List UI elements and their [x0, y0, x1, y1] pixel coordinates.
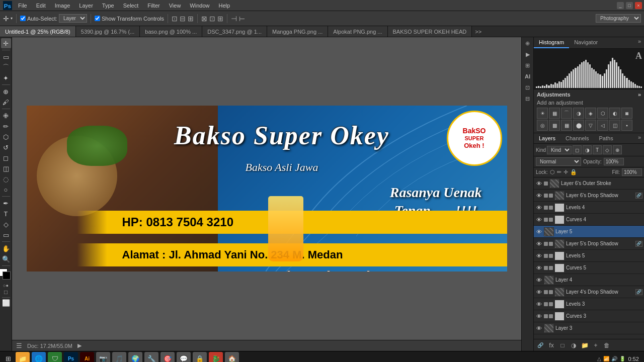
layer-chain-6[interactable] — [549, 254, 553, 258]
menu-layer[interactable]: Layer — [75, 2, 97, 10]
adj-color-balance[interactable]: ◐ — [609, 108, 620, 119]
tray-icon-1[interactable]: △ — [597, 356, 601, 361]
layer-eye-9[interactable]: 👁 — [535, 289, 542, 296]
blend-mode-select[interactable]: Normal — [536, 157, 581, 166]
eyedropper-tool[interactable]: 🖋 — [1, 97, 11, 107]
lock-transparent-icon[interactable]: ⬡ — [550, 169, 555, 175]
layer-fx-footer-btn[interactable]: fx — [547, 341, 556, 350]
layer-item-7[interactable]: 👁 Curves 5 — [534, 262, 644, 274]
layer-item-1[interactable]: 👁 Layer 6's Drop Shadow 🔗 — [534, 190, 644, 202]
adj-posterize[interactable]: ▽ — [585, 120, 596, 131]
strip-icon-ai[interactable]: AI — [523, 71, 533, 81]
move-tool[interactable]: ✛ — [1, 38, 11, 48]
layer-chain-11[interactable] — [549, 314, 553, 318]
adj-photo-filter[interactable]: ◎ — [537, 120, 548, 131]
filter-pixel-icon[interactable]: ◻ — [573, 145, 582, 154]
taskbar-explorer[interactable]: 📁 — [16, 352, 30, 363]
layer-item-2[interactable]: 👁 Levels 4 — [534, 202, 644, 214]
adj-bw[interactable]: ◙ — [621, 108, 632, 119]
taskbar-ps[interactable]: Ps — [64, 352, 78, 363]
align-left-icon[interactable]: ⊡ — [172, 15, 178, 23]
menu-help[interactable]: Help — [214, 2, 234, 10]
layer-link-7[interactable] — [544, 266, 548, 270]
layer-eye-12[interactable]: 👁 — [535, 325, 542, 332]
shape-tool[interactable]: ▭ — [1, 230, 11, 240]
network-icon[interactable]: 📶 — [603, 356, 609, 361]
adj-exposure[interactable]: ◑ — [573, 108, 584, 119]
color-mode-icon[interactable]: ○● — [3, 283, 9, 288]
layer-chain-7[interactable] — [549, 266, 553, 270]
layer-adjustment-footer-btn[interactable]: ◑ — [569, 341, 578, 350]
show-transform-toggle[interactable]: Show Transform Controls — [95, 16, 164, 22]
align-right-icon[interactable]: ⊞ — [188, 15, 194, 23]
taskbar-ie[interactable]: 🌐 — [32, 352, 46, 363]
gradient-tool[interactable]: ◫ — [1, 163, 11, 173]
layer-link-0[interactable] — [544, 182, 548, 186]
adj-gradient-map[interactable]: ◫ — [609, 120, 620, 131]
menu-image[interactable]: Image — [51, 2, 74, 10]
layer-delete-footer-btn[interactable]: 🗑 — [602, 341, 611, 350]
wand-tool[interactable]: ✦ — [1, 73, 11, 83]
layers-tab[interactable]: Layers — [534, 133, 560, 143]
adj-levels[interactable]: ▦ — [549, 108, 560, 119]
layer-eye-11[interactable]: 👁 — [535, 313, 542, 320]
strip-icon-2[interactable]: ▶ — [523, 49, 533, 59]
minimize-btn[interactable]: _ — [617, 2, 624, 9]
layer-fx-9[interactable] — [549, 290, 553, 294]
layer-fx-1[interactable] — [549, 194, 553, 198]
fill-input[interactable] — [622, 168, 642, 176]
lock-pixels-icon[interactable]: ✏ — [557, 169, 561, 175]
navigator-tab[interactable]: Navigator — [569, 37, 603, 48]
adj-hsl[interactable]: ⬡ — [597, 108, 608, 119]
layer-eye-2[interactable]: 👁 — [535, 204, 542, 211]
background-color[interactable] — [3, 272, 11, 280]
layer-item-12[interactable]: 👁 Layer 3 — [534, 322, 644, 334]
layer-link-9[interactable] — [544, 290, 548, 294]
text-tool[interactable]: T — [1, 209, 11, 219]
layer-eye-10[interactable]: 👁 — [535, 301, 542, 308]
auto-select-type[interactable]: Layer — [59, 14, 87, 23]
layer-item-8[interactable]: 👁 Layer 4 — [534, 274, 644, 286]
zoom-tool[interactable]: 🔍 — [1, 254, 11, 264]
layer-item-5[interactable]: 👁 Layer 5's Drop Shadow 🔗 — [534, 238, 644, 250]
transform-checkbox[interactable] — [95, 16, 100, 21]
menu-type[interactable]: Type — [98, 2, 118, 10]
layer-item-3[interactable]: 👁 Curves 4 — [534, 214, 644, 226]
tab-3[interactable]: DSC_3347.png @ 1... — [202, 26, 267, 37]
volume-icon[interactable]: 🔊 — [611, 356, 617, 361]
pen-tool[interactable]: ✒ — [1, 198, 11, 208]
layer-link-5[interactable] — [544, 242, 548, 246]
layer-chain-2[interactable] — [549, 206, 553, 210]
layer-link-1[interactable] — [544, 194, 548, 198]
strip-icon-3[interactable]: ⊞ — [523, 60, 533, 70]
brush-tool[interactable]: ✏ — [1, 121, 11, 131]
adj-curves[interactable]: ⌒ — [561, 108, 572, 119]
battery-icon[interactable]: 🔋 — [619, 356, 625, 361]
close-btn[interactable]: × — [635, 2, 642, 9]
start-btn[interactable]: ⊞ — [2, 353, 14, 363]
opacity-input[interactable] — [604, 158, 624, 165]
filter-text-icon[interactable]: T — [593, 145, 602, 154]
align-center-h-icon[interactable]: ⊟ — [180, 15, 186, 23]
tab-1[interactable]: 5390.jpg @ 16.7% (... — [76, 26, 140, 37]
tab-4[interactable]: Mangga PNG.png ... — [267, 26, 328, 37]
workspace-selector[interactable]: Photography — [596, 14, 641, 23]
screen-mode-icon[interactable]: ⬜ — [2, 299, 10, 307]
hand-tool[interactable]: ✋ — [1, 243, 11, 253]
layer-new-footer-btn[interactable]: + — [591, 341, 600, 350]
marquee-tool[interactable]: ▭ — [1, 52, 11, 62]
taskbar-7[interactable]: 🎯 — [160, 352, 175, 363]
tab-2[interactable]: baso.png @ 100% ... — [140, 26, 202, 37]
layer-eye-4[interactable]: 👁 — [535, 228, 542, 235]
stamp-tool[interactable]: ⬡ — [1, 132, 11, 142]
lock-position-icon[interactable]: ✛ — [564, 169, 568, 175]
taskbar-6[interactable]: 🔧 — [144, 352, 158, 363]
dodge-tool[interactable]: ○ — [1, 185, 11, 195]
layer-link-11[interactable] — [544, 314, 548, 318]
adj-threshold[interactable]: ◁ — [597, 120, 608, 131]
taskbar-3[interactable]: 📷 — [96, 352, 110, 363]
layer-fx-5[interactable] — [549, 242, 553, 246]
menu-select[interactable]: Select — [119, 2, 143, 10]
taskbar-8[interactable]: 💬 — [177, 352, 191, 363]
canvas-options-icon[interactable]: ☰ — [16, 342, 22, 349]
